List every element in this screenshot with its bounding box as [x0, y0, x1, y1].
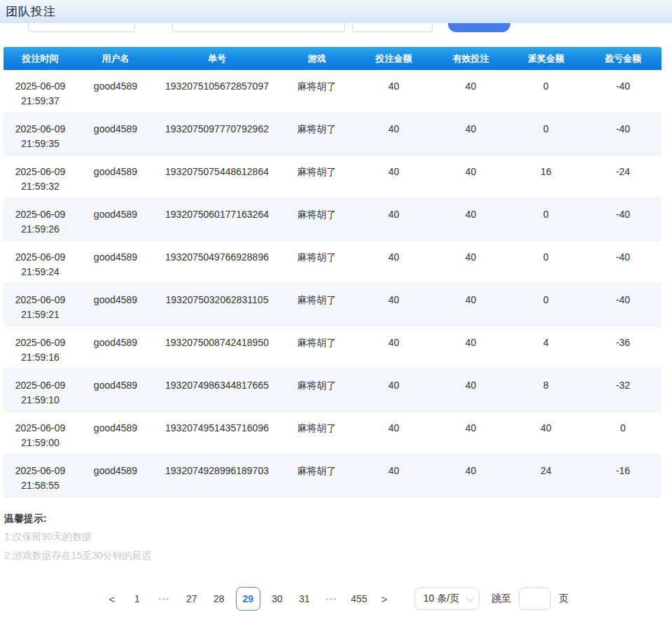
- pagination-page-455[interactable]: 455: [349, 588, 370, 610]
- page-size-select[interactable]: 10 条/页: [414, 588, 479, 610]
- table-row: 2025-06-09 21:59:35 good4589 19320750977…: [4, 113, 662, 155]
- cell-valid-bet: 40: [434, 241, 507, 284]
- cell-order-number: 1932075097770792962: [154, 113, 280, 155]
- cell-bet-amount: 40: [354, 412, 434, 455]
- table-row: 2025-06-09 21:59:37 good4589 19320751056…: [4, 70, 662, 113]
- col-order: 单号: [154, 47, 280, 70]
- cell-valid-bet: 40: [434, 70, 507, 113]
- cell-payout: 40: [507, 412, 584, 455]
- cell-bet-amount: 40: [354, 113, 434, 155]
- cell-bet-amount: 40: [354, 369, 434, 412]
- cell-profit: 0: [584, 412, 662, 455]
- cell-game: 麻将胡了: [280, 455, 354, 497]
- cell-username: good4589: [77, 113, 154, 155]
- cell-username: good4589: [77, 455, 154, 497]
- table-row: 2025-06-09 21:59:24 good4589 19320750497…: [4, 241, 662, 284]
- cell-valid-bet: 40: [434, 155, 507, 198]
- cell-bet-amount: 40: [354, 455, 434, 497]
- col-bet-amount: 投注金额: [354, 47, 434, 70]
- filter-input-2[interactable]: [172, 23, 345, 32]
- cell-profit: -40: [584, 284, 662, 326]
- cell-username: good4589: [77, 412, 154, 455]
- cell-order-number: 1932075105672857097: [154, 70, 280, 113]
- cell-game: 麻将胡了: [280, 70, 354, 113]
- cell-bet-amount: 40: [354, 326, 434, 369]
- cell-username: good4589: [77, 284, 154, 326]
- table-row: 2025-06-09 21:59:10 good4589 19320749863…: [4, 369, 662, 412]
- cell-bet-time: 2025-06-09 21:59:00: [4, 412, 77, 455]
- cell-payout: 4: [507, 326, 584, 369]
- table-row: 2025-06-09 21:59:16 good4589 19320750087…: [4, 326, 662, 369]
- pagination-page-28[interactable]: 28: [209, 588, 230, 610]
- cell-game: 麻将胡了: [280, 326, 354, 369]
- page-title-bar: 团队投注: [0, 0, 672, 23]
- cell-valid-bet: 40: [434, 198, 507, 241]
- pagination-ellipsis: •••: [321, 588, 342, 610]
- cell-game: 麻将胡了: [280, 155, 354, 198]
- cell-order-number: 1932074951435716096: [154, 412, 280, 455]
- cell-profit: -40: [584, 198, 662, 241]
- table-row: 2025-06-09 21:58:55 good4589 19320749289…: [4, 455, 662, 497]
- pagination-page-31[interactable]: 31: [294, 588, 315, 610]
- jump-to-page-input[interactable]: [519, 588, 551, 610]
- cell-bet-time: 2025-06-09 21:59:21: [4, 284, 77, 326]
- pagination-page-27[interactable]: 27: [181, 588, 202, 610]
- pagination-page-1[interactable]: 1: [127, 588, 148, 610]
- cell-payout: 24: [507, 455, 584, 497]
- cell-order-number: 1932075060177163264: [154, 198, 280, 241]
- cell-payout: 0: [507, 198, 584, 241]
- table-row: 2025-06-09 21:59:26 good4589 19320750601…: [4, 198, 662, 241]
- cell-bet-amount: 40: [354, 198, 434, 241]
- cell-bet-time: 2025-06-09 21:59:37: [4, 70, 77, 113]
- pagination-page-30[interactable]: 30: [267, 588, 288, 610]
- table-row: 2025-06-09 21:59:21 good4589 19320750320…: [4, 284, 662, 326]
- next-page-button[interactable]: >: [376, 588, 393, 610]
- cell-game: 麻将胡了: [280, 113, 354, 155]
- cell-valid-bet: 40: [434, 369, 507, 412]
- cell-username: good4589: [77, 326, 154, 369]
- table-body: 2025-06-09 21:59:37 good4589 19320751056…: [4, 70, 662, 497]
- cell-game: 麻将胡了: [280, 412, 354, 455]
- cell-username: good4589: [77, 369, 154, 412]
- note-retention: 1:仅保留90天的数据: [4, 527, 668, 546]
- cell-bet-time: 2025-06-09 21:59:26: [4, 198, 77, 241]
- cell-profit: -32: [584, 369, 662, 412]
- note-delay: 2:游戏数据存在15至30分钟的延迟: [4, 546, 668, 565]
- col-profit: 盈亏金额: [584, 47, 662, 70]
- cell-profit: -16: [584, 455, 662, 497]
- col-game: 游戏: [280, 47, 354, 70]
- pagination: < 1•••2728293031•••455 > 10 条/页 跳至 页: [0, 587, 672, 611]
- cell-order-number: 1932075008742418950: [154, 326, 280, 369]
- cell-username: good4589: [77, 155, 154, 198]
- cell-username: good4589: [77, 241, 154, 284]
- col-username: 用户名: [77, 47, 154, 70]
- col-valid-bet: 有效投注: [434, 47, 507, 70]
- bets-table: 投注时间 用户名 单号 游戏 投注金额 有效投注 派奖金额 盈亏金额 2025-…: [4, 47, 662, 497]
- cell-bet-time: 2025-06-09 21:58:55: [4, 455, 77, 497]
- pagination-ellipsis: •••: [154, 588, 175, 610]
- cell-payout: 0: [507, 241, 584, 284]
- cell-bet-amount: 40: [354, 155, 434, 198]
- filter-input-3[interactable]: [352, 23, 433, 32]
- cell-valid-bet: 40: [434, 284, 507, 326]
- page-size-value: 10 条/页: [424, 592, 459, 605]
- cell-bet-time: 2025-06-09 21:59:24: [4, 241, 77, 284]
- cell-order-number: 1932075075448612864: [154, 155, 280, 198]
- cell-profit: -40: [584, 241, 662, 284]
- search-button[interactable]: [448, 23, 510, 32]
- cell-bet-time: 2025-06-09 21:59:35: [4, 113, 77, 155]
- cell-profit: -40: [584, 113, 662, 155]
- pagination-page-29[interactable]: 29: [236, 587, 260, 611]
- cell-bet-amount: 40: [354, 284, 434, 326]
- filter-input-1[interactable]: [28, 23, 135, 32]
- cell-game: 麻将胡了: [280, 369, 354, 412]
- prev-page-button[interactable]: <: [104, 588, 120, 610]
- notes-title: 温馨提示:: [4, 509, 668, 527]
- notes: 温馨提示: 1:仅保留90天的数据 2:游戏数据存在15至30分钟的延迟: [4, 509, 668, 565]
- cell-payout: 0: [507, 284, 584, 326]
- cell-bet-time: 2025-06-09 21:59:32: [4, 155, 77, 198]
- page-title: 团队投注: [6, 4, 56, 20]
- cell-payout: 0: [507, 113, 584, 155]
- cell-bet-amount: 40: [354, 70, 434, 113]
- col-bet-time: 投注时间: [4, 47, 77, 70]
